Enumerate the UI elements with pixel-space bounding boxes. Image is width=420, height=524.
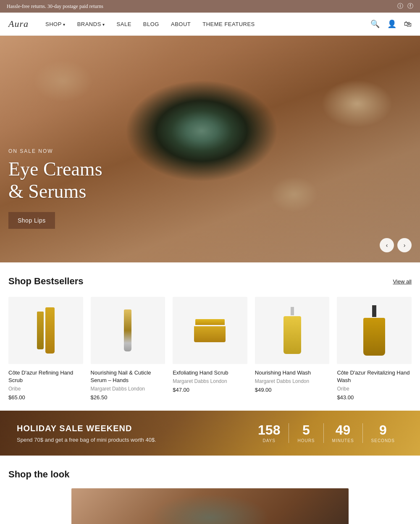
sale-countdown: 158 DAYS 5 HOURS 49 MINUTES 9 SECONDS bbox=[249, 423, 403, 443]
hero-cta-button[interactable]: Shop Lips bbox=[8, 212, 55, 229]
product-image-1 bbox=[8, 297, 83, 364]
countdown-minutes-num: 49 bbox=[332, 423, 354, 437]
countdown-seconds: 9 SECONDS bbox=[362, 423, 403, 443]
product-name-4: Nourishing Hand Wash bbox=[255, 369, 330, 377]
nav-link-sale[interactable]: SALE bbox=[117, 21, 131, 27]
jar-lid-icon bbox=[195, 319, 225, 325]
nav-item-shop[interactable]: SHOP bbox=[45, 20, 66, 28]
pump-bottle-icon bbox=[284, 307, 301, 354]
shop-look-image: + bbox=[71, 488, 349, 524]
products-grid: Côte D'azur Refining Hand Scrub Oribe $6… bbox=[8, 297, 412, 401]
nav-link-about[interactable]: ABOUT bbox=[171, 21, 191, 27]
pump-body-icon bbox=[284, 316, 301, 354]
account-icon[interactable]: 👤 bbox=[387, 19, 396, 29]
nav-links: SHOP BRANDS SALE BLOG ABOUT THEME FEATUR… bbox=[45, 20, 370, 28]
sale-banner: HOLIDAY SALE WEEKEND Spend 70$ and get a… bbox=[0, 411, 420, 456]
tube-large-icon bbox=[45, 307, 55, 354]
product-name-1: Côte D'azur Refining Hand Scrub bbox=[8, 369, 83, 384]
hand-pump-body-icon bbox=[363, 318, 385, 356]
hero-title: Eye Creams & Serums bbox=[8, 158, 102, 203]
main-nav: Aura SHOP BRANDS SALE BLOG ABOUT THEME F… bbox=[0, 13, 420, 36]
nav-item-about[interactable]: ABOUT bbox=[171, 20, 191, 28]
product-brand-3: Margaret Dabbs London bbox=[173, 378, 247, 384]
product-brand-1: Oribe bbox=[8, 386, 83, 392]
product-brand-2: Margaret Dabbs London bbox=[91, 386, 165, 392]
cart-icon[interactable]: 🛍 bbox=[404, 20, 412, 29]
social-icons: Ⓘ ⓕ bbox=[397, 3, 413, 10]
hero-title-line2: & Serums bbox=[8, 181, 86, 202]
product-name-3: Exfoliating Hand Scrub bbox=[173, 369, 247, 377]
nav-link-theme[interactable]: THEME FEATURES bbox=[202, 21, 255, 27]
product-image-4 bbox=[255, 297, 330, 364]
nav-item-theme[interactable]: THEME FEATURES bbox=[202, 20, 255, 28]
shop-look-section: Shop the look + bbox=[0, 456, 420, 524]
product-visual-4 bbox=[284, 307, 301, 354]
shop-look-eye-overlay bbox=[71, 488, 349, 524]
product-image-2 bbox=[91, 297, 165, 364]
nav-link-shop[interactable]: SHOP bbox=[45, 21, 66, 27]
product-card-2[interactable]: Nourishing Nail & Cuticle Serum – Hands … bbox=[91, 297, 165, 401]
hero-title-line1: Eye Creams bbox=[8, 158, 102, 180]
product-card-3[interactable]: Exfoliating Hand Scrub Margaret Dabbs Lo… bbox=[173, 297, 247, 401]
countdown-seconds-label: SECONDS bbox=[371, 438, 395, 443]
countdown-hours-num: 5 bbox=[297, 423, 315, 437]
product-name-5: Côte D'azur Revitalizing Hand Wash bbox=[337, 369, 412, 384]
countdown-days-num: 158 bbox=[258, 423, 280, 437]
product-price-4: $49.00 bbox=[255, 387, 330, 393]
product-brand-5: Oribe bbox=[337, 386, 412, 392]
sale-banner-title: HOLIDAY SALE WEEKEND bbox=[17, 424, 156, 433]
countdown-minutes-label: MINUTES bbox=[332, 438, 354, 443]
facebook-icon[interactable]: ⓕ bbox=[407, 3, 413, 10]
hand-pump-head-icon bbox=[372, 305, 376, 317]
hero-prev-arrow[interactable]: ‹ bbox=[380, 238, 394, 252]
tube-small-icon bbox=[37, 312, 44, 349]
product-image-5 bbox=[337, 297, 412, 364]
instagram-icon[interactable]: Ⓘ bbox=[397, 3, 403, 10]
search-icon[interactable]: 🔍 bbox=[370, 19, 380, 29]
product-image-3 bbox=[173, 297, 247, 364]
hand-pump-bottle-icon bbox=[363, 305, 385, 356]
product-price-5: $43.00 bbox=[337, 394, 412, 401]
product-visual-5 bbox=[363, 305, 385, 356]
countdown-days-label: DAYS bbox=[258, 438, 280, 443]
product-visual-1 bbox=[37, 307, 55, 354]
product-card-5[interactable]: Côte D'azur Revitalizing Hand Wash Oribe… bbox=[337, 297, 412, 401]
pump-head-icon bbox=[291, 307, 294, 315]
countdown-hours-label: HOURS bbox=[297, 438, 315, 443]
hero-next-arrow[interactable]: › bbox=[397, 238, 412, 252]
hero-arrows: ‹ › bbox=[380, 238, 412, 252]
countdown-seconds-num: 9 bbox=[371, 423, 395, 437]
nav-link-blog[interactable]: BLOG bbox=[143, 21, 159, 27]
serum-tube-icon bbox=[124, 309, 131, 351]
nav-item-blog[interactable]: BLOG bbox=[143, 20, 159, 28]
nav-link-brands[interactable]: BRANDS bbox=[77, 21, 105, 27]
countdown-minutes: 49 MINUTES bbox=[323, 423, 362, 443]
product-visual-3 bbox=[194, 319, 226, 342]
countdown-days: 158 DAYS bbox=[249, 423, 289, 443]
view-all-link[interactable]: View all bbox=[393, 278, 412, 285]
product-price-1: $65.00 bbox=[8, 394, 83, 401]
jar-body-icon bbox=[194, 326, 226, 342]
bestsellers-header: Shop Bestsellers View all bbox=[8, 276, 412, 287]
product-visual-2 bbox=[124, 309, 131, 351]
shop-look-title: Shop the look bbox=[8, 469, 412, 480]
site-logo[interactable]: Aura bbox=[8, 18, 29, 29]
top-bar-message: Hassle-free returns. 30-day postage paid… bbox=[7, 3, 103, 10]
sale-banner-subtitle: Spend 70$ and get a free bag of mini pro… bbox=[17, 437, 156, 443]
top-bar: Hassle-free returns. 30-day postage paid… bbox=[0, 0, 420, 13]
bestsellers-title: Shop Bestsellers bbox=[8, 276, 84, 287]
hero-section: ON SALE NOW Eye Creams & Serums Shop Lip… bbox=[0, 36, 420, 262]
product-name-2: Nourishing Nail & Cuticle Serum – Hands bbox=[91, 369, 165, 384]
product-brand-4: Margaret Dabbs London bbox=[255, 378, 330, 384]
nav-actions: 🔍 👤 🛍 bbox=[370, 19, 412, 29]
bestsellers-section: Shop Bestsellers View all Côte D'azur Re… bbox=[0, 262, 420, 411]
nav-item-sale[interactable]: SALE bbox=[117, 20, 131, 28]
hero-content: ON SALE NOW Eye Creams & Serums Shop Lip… bbox=[8, 148, 102, 229]
product-price-2: $26.50 bbox=[91, 394, 165, 401]
product-card-1[interactable]: Côte D'azur Refining Hand Scrub Oribe $6… bbox=[8, 297, 83, 401]
product-card-4[interactable]: Nourishing Hand Wash Margaret Dabbs Lond… bbox=[255, 297, 330, 401]
hero-sale-label: ON SALE NOW bbox=[8, 148, 102, 154]
countdown-hours: 5 HOURS bbox=[289, 423, 323, 443]
nav-item-brands[interactable]: BRANDS bbox=[77, 20, 105, 28]
product-price-3: $47.00 bbox=[173, 387, 247, 393]
